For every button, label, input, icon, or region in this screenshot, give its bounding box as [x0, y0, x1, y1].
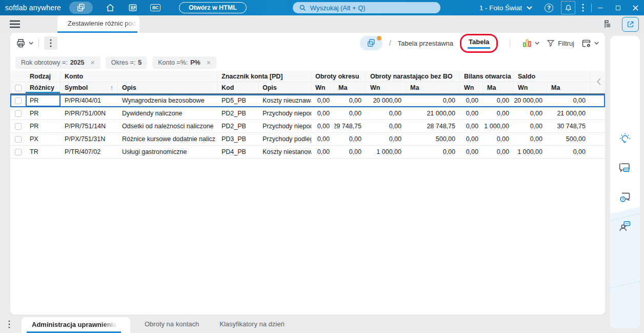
grid-cell[interactable]: Usługi gastronomiczne [118, 146, 217, 158]
grid-cell[interactable]: 0,00 [514, 120, 547, 132]
grid-cell[interactable]: Koszty nieuznawa [258, 94, 311, 107]
filter-chip[interactable]: Konto =%:P%× [152, 56, 216, 69]
filter-chip[interactable]: Rok obrotowy =:2025× [15, 56, 100, 69]
search-input[interactable] [310, 4, 434, 12]
view-pages-button[interactable] [360, 36, 383, 50]
chip-close-icon[interactable]: × [90, 58, 94, 67]
select-all-checkbox[interactable] [15, 85, 22, 91]
grid-cell[interactable]: PR [26, 120, 61, 132]
grid-cell[interactable]: 0,00 [366, 133, 406, 145]
grid-cell[interactable]: P/TR/407/02 [61, 146, 118, 158]
open-in-html-button[interactable]: Otwórz w HTML [179, 2, 247, 13]
help-center-button[interactable]: ? [617, 189, 633, 205]
close-button[interactable] [627, 0, 644, 15]
chip-close-icon[interactable]: × [207, 58, 211, 67]
grid-cell[interactable]: PD3_PB [217, 133, 258, 145]
tab-zestawienie-roznic-podatkowych[interactable]: Zestawienie różnic podatkowych [57, 15, 139, 33]
grid-cell[interactable]: 0,00 [460, 133, 483, 145]
filter-button[interactable]: Filtruj [546, 38, 574, 48]
grid-cell[interactable]: 0,00 [483, 107, 514, 120]
table-row[interactable]: PXP/PX/751/31NRóżnice kursowe dodatnie n… [10, 133, 605, 146]
grid-cell[interactable]: 0,00 [483, 94, 514, 107]
grid-cell[interactable]: Dywidendy naliczone [118, 107, 217, 120]
grid-cell[interactable]: 0,00 [311, 133, 334, 145]
grid-cell[interactable]: 0,00 [311, 94, 334, 107]
grid-cell[interactable]: Różnice kursowe dodatnie nalicz [118, 133, 217, 145]
grid-cell[interactable]: 1 000,00 [514, 146, 547, 158]
column-header[interactable]: Ma [406, 82, 460, 93]
grid-cell[interactable]: PR [26, 94, 61, 107]
grid-cell[interactable]: Wynagrodzenia bezosobowe [118, 94, 217, 107]
print-button[interactable] [15, 38, 33, 49]
row-checkbox[interactable] [15, 136, 22, 143]
grid-cell[interactable]: 0,00 [406, 94, 460, 107]
bottom-tab[interactable]: Administracja uprawnieniami [22, 317, 130, 333]
table-row[interactable]: PRP/PR/404/01Wynagrodzenia bezosobowePD5… [10, 94, 605, 107]
grid-cell[interactable]: TR [26, 146, 61, 158]
column-header[interactable]: Kod [217, 82, 258, 93]
company-selector[interactable]: 1 - Foto Świat [479, 4, 532, 12]
grid-cell[interactable]: 0,00 [547, 146, 590, 158]
grid-cell[interactable]: 0,00 [334, 133, 366, 145]
filter-chip[interactable]: Okres =:5 [106, 56, 148, 69]
grid-cell[interactable]: P/PR/751/14N [61, 120, 118, 132]
grid-cell[interactable]: 0,00 [334, 146, 366, 158]
grid-cell[interactable]: 0,00 [514, 133, 547, 145]
row-checkbox[interactable] [15, 97, 22, 104]
column-header[interactable]: Ma [547, 82, 590, 93]
grid-cell[interactable]: 21 000,00 [547, 107, 590, 120]
grid-cell[interactable]: 0,00 [334, 94, 366, 107]
grid-cell[interactable]: PX [26, 133, 61, 145]
grid-cell[interactable]: Przychody niepodl [258, 107, 311, 120]
help-button[interactable]: ? [545, 4, 553, 12]
apps-button[interactable] [69, 2, 93, 14]
grid-cell[interactable]: 500,00 [406, 133, 460, 145]
column-header[interactable]: Różnicy [26, 82, 61, 93]
titlebar-menu-button[interactable] [582, 4, 584, 12]
feedback-button[interactable] [617, 160, 633, 175]
column-header[interactable]: Wn [460, 82, 483, 93]
main-menu-button[interactable] [9, 20, 21, 28]
bottom-tab[interactable]: Klasyfikatory na dzień [219, 320, 284, 328]
grid-cell[interactable]: 500,00 [547, 133, 590, 145]
row-checkbox[interactable] [15, 123, 22, 130]
table-row[interactable]: PRP/PR/751/14NOdsetki od należności nali… [10, 120, 605, 133]
grid-cell[interactable]: 0,00 [366, 120, 406, 132]
global-search[interactable] [293, 2, 440, 13]
grid-cell[interactable]: 0,00 [311, 120, 334, 132]
grid-cell[interactable]: 0,00 [406, 146, 460, 158]
column-header[interactable]: Wn [311, 82, 334, 93]
row-checkbox[interactable] [15, 149, 22, 155]
bc-button[interactable]: BC [149, 2, 162, 14]
grid-cell[interactable]: 0,00 [547, 94, 590, 107]
news-button[interactable] [127, 2, 139, 14]
contact-consultant-button[interactable] [617, 219, 633, 234]
grid-cell[interactable]: P/PR/751/00N [61, 107, 118, 120]
grid-cell[interactable]: 0,00 [334, 107, 366, 120]
column-header[interactable]: Ma [334, 82, 366, 93]
grid-cell[interactable]: PD2_PB [217, 120, 258, 132]
grid-cell[interactable]: 0,00 [483, 133, 514, 145]
bottom-tabs-menu-button[interactable] [8, 320, 10, 328]
grid-cell[interactable]: 0,00 [460, 146, 483, 158]
grid-cell[interactable]: 1 000,00 [483, 120, 514, 132]
grid-cell[interactable]: 0,00 [311, 107, 334, 120]
grid-cell[interactable]: PD5_PB [217, 94, 258, 107]
grid-cell[interactable]: 0,00 [366, 107, 406, 120]
grid-cell[interactable]: 30 748,75 [547, 120, 590, 132]
notifications-button[interactable] [561, 1, 575, 14]
view-table[interactable]: Tabela [468, 38, 490, 49]
grid-cell[interactable]: 0,00 [460, 94, 483, 107]
chart-button[interactable] [522, 38, 539, 48]
table-row[interactable]: PRP/PR/751/00NDywidendy naliczonePD2_PBP… [10, 107, 605, 120]
grid-cell[interactable]: Przychody niepodl [258, 120, 311, 132]
grid-cell[interactable]: Koszty niestanowi [258, 146, 311, 158]
layout-settings-button[interactable] [581, 38, 599, 49]
grid-cell[interactable]: 21 000,00 [406, 107, 460, 120]
grid-cell[interactable]: PD4_PB [217, 146, 258, 158]
column-header[interactable]: Symbol↑ [61, 82, 118, 93]
grid-cell[interactable]: 28 748,75 [406, 120, 460, 132]
scroll-left-icon[interactable] [596, 78, 601, 85]
bottom-tab[interactable]: Obroty na kontach [145, 320, 199, 328]
grid-cell[interactable]: 0,00 [460, 120, 483, 132]
